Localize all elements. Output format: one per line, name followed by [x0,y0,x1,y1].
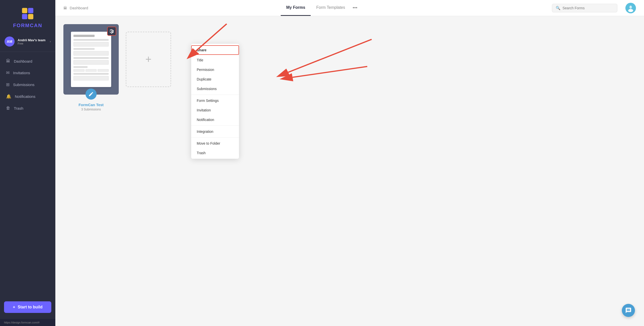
context-menu-divider-2 [191,126,239,126]
preview-cell [98,69,109,72]
sidebar-logo: FORMCAN [0,0,55,33]
trash-icon: 🗑 [6,106,10,111]
context-menu-item-notification[interactable]: Notification [191,115,239,125]
header-more-icon[interactable]: ••• [351,5,359,11]
sidebar-item-label: Notifications [15,94,35,99]
context-menu-item-title[interactable]: Title [191,55,239,65]
dashboard-header-icon: 🏛 [63,6,67,10]
preview-cell [73,69,85,72]
context-menu-item-move-to-folder[interactable]: Move to Folder [191,139,239,148]
svg-point-6 [628,9,633,12]
form-card-name: FormCan Test [78,103,104,107]
context-menu-item-share[interactable]: Share [191,45,239,55]
header-dashboard[interactable]: 🏛 Dashboard [63,6,88,10]
preview-block [73,51,109,56]
header-tabs: My Forms Form Templates ••• [96,0,544,16]
sidebar-item-invitations[interactable]: ✉ Invitations [0,67,55,79]
main: 🏛 Dashboard My Forms Form Templates ••• … [55,0,644,326]
start-build-button[interactable]: + Start to build [4,301,51,313]
form-card[interactable]: FormCan Test 3 Submissions [63,24,119,111]
context-menu-item-permission[interactable]: Permission [191,65,239,74]
preview-line [73,39,109,41]
new-form-plus-icon: + [145,54,152,65]
header-dashboard-label: Dashboard [70,6,88,10]
svg-rect-0 [22,8,27,13]
sidebar-item-trash[interactable]: 🗑 Trash [0,102,55,114]
sidebar-item-label: Trash [14,106,23,110]
gear-icon [109,29,114,33]
context-menu-item-submissions[interactable]: Submissions [191,84,239,94]
preview-line [73,48,95,50]
chevron-right-icon: › [50,40,51,43]
sidebar-item-label: Invitations [13,71,30,75]
edit-button[interactable] [86,89,97,100]
context-menu: Share Title Permission Duplicate Submiss… [191,44,239,159]
preview-line [73,66,88,68]
svg-line-13 [293,66,367,77]
preview-line [73,73,109,75]
content: FormCan Test 3 Submissions + Share Title… [55,16,644,326]
context-menu-divider [191,95,239,95]
chat-button[interactable] [622,304,635,317]
preview-block [73,42,109,47]
svg-rect-3 [28,14,33,19]
sidebar-item-notifications[interactable]: 🔔 Notifications [0,91,55,102]
sidebar-item-label: Dashboard [14,59,32,63]
header: 🏛 Dashboard My Forms Form Templates ••• … [55,0,644,16]
form-card-preview [63,24,119,95]
preview-block [73,60,109,65]
submissions-icon: ⊞ [6,82,10,87]
context-menu-item-trash[interactable]: Trash [191,148,239,158]
user-plan: Free [18,42,47,45]
preview-row [73,69,109,72]
start-build-plus: + [13,305,15,309]
search-input[interactable] [562,6,614,10]
svg-line-12 [288,39,372,72]
header-search[interactable]: 🔍 [552,4,617,12]
context-menu-divider-3 [191,137,239,138]
preview-line [73,57,109,59]
svg-rect-1 [28,8,33,13]
logo-text: FORMCAN [13,23,42,28]
form-card-submissions: 3 Submissions [81,108,101,111]
new-form-card[interactable]: + [126,32,171,87]
avatar: AM [5,36,15,47]
user-avatar-header[interactable] [625,3,636,13]
chat-icon [625,307,632,314]
invitations-icon: ✉ [6,70,10,75]
user-avatar-icon [627,4,635,12]
svg-rect-2 [22,14,27,19]
sidebar-divider [0,52,55,52]
preview-cell [86,69,97,72]
nav-items: 🏛 Dashboard ✉ Invitations ⊞ Submissions … [0,53,55,297]
edit-icon [88,91,94,97]
tab-my-forms[interactable]: My Forms [281,0,311,16]
context-menu-item-duplicate[interactable]: Duplicate [191,74,239,84]
user-info: Andrii Mav's team Free [18,38,47,45]
sidebar: FORMCAN AM Andrii Mav's team Free › 🏛 Da… [0,0,55,326]
sidebar-item-submissions[interactable]: ⊞ Submissions [0,79,55,91]
preview-block [73,76,109,80]
dashboard-icon: 🏛 [6,59,10,64]
user-name: Andrii Mav's team [18,38,47,42]
tab-form-templates[interactable]: Form Templates [311,0,350,16]
search-icon: 🔍 [556,6,560,10]
gear-button[interactable] [107,27,116,36]
form-preview-inner [71,32,111,87]
start-build-label: Start to build [18,305,43,309]
logo-icon [21,7,34,20]
context-menu-item-integration[interactable]: Integration [191,127,239,136]
context-menu-item-form-settings[interactable]: Form Settings [191,96,239,105]
user-section[interactable]: AM Andrii Mav's team Free › [0,33,55,50]
sidebar-item-dashboard[interactable]: 🏛 Dashboard [0,55,55,67]
context-menu-item-invitation[interactable]: Invitation [191,105,239,115]
notifications-icon: 🔔 [6,94,11,99]
preview-title [73,35,95,37]
status-bar: https://design.formcan.com/# [0,319,55,326]
sidebar-item-label: Submissions [13,83,34,87]
